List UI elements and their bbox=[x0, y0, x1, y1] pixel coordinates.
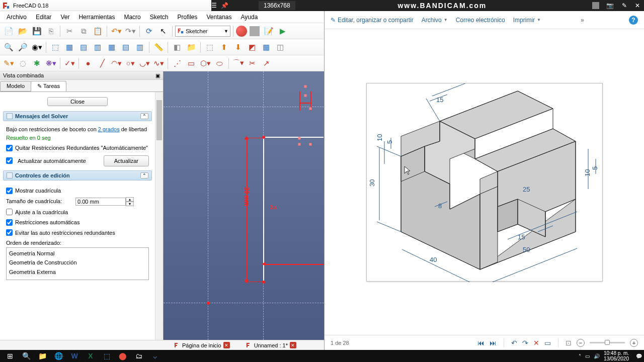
link-all-icon[interactable]: ▦ bbox=[260, 41, 273, 54]
snap-grid-checkbox[interactable] bbox=[6, 209, 13, 215]
camera-icon[interactable]: 📷 bbox=[606, 2, 614, 9]
solver-messages-header[interactable]: Mensajes del Solver⌃ bbox=[3, 111, 152, 121]
viewer-print-menu[interactable]: Imprimir ▼ bbox=[513, 17, 541, 24]
bluetooth-icon[interactable]: ⌵ bbox=[147, 350, 163, 362]
auto-constraints-checkbox[interactable] bbox=[6, 219, 13, 226]
menu-herramientas[interactable]: Herramientas bbox=[74, 12, 119, 22]
search-icon[interactable]: 🔍 bbox=[18, 350, 34, 362]
menu-ver[interactable]: Ver bbox=[56, 12, 74, 22]
pencil-icon[interactable]: ✎ bbox=[622, 2, 627, 9]
close-task-button[interactable]: Close bbox=[47, 97, 108, 106]
grid-size-down-icon[interactable]: ▼ bbox=[126, 202, 134, 206]
view-right-icon[interactable]: ▥ bbox=[91, 41, 104, 54]
draw-style-icon[interactable]: ◉▾ bbox=[30, 41, 43, 54]
update-button[interactable]: Actualizar bbox=[104, 155, 149, 167]
zoom-select-icon[interactable]: 🔎 bbox=[16, 41, 29, 54]
trim-icon[interactable]: ✂ bbox=[246, 57, 259, 70]
battery-icon[interactable]: ▭ bbox=[585, 353, 590, 359]
zoom-in-icon[interactable]: + bbox=[630, 339, 638, 347]
new-file-icon[interactable]: 📄 bbox=[2, 25, 15, 38]
part-icon[interactable]: ◧ bbox=[171, 41, 184, 54]
start-button[interactable]: ⊞ bbox=[2, 350, 18, 362]
cursor-icon[interactable]: ↖ bbox=[156, 25, 170, 38]
macro-play-icon[interactable]: ▶ bbox=[276, 25, 289, 38]
macro-record-icon[interactable] bbox=[236, 26, 247, 37]
slot-icon[interactable]: ⬭ bbox=[213, 57, 226, 70]
menu-sketch[interactable]: Sketch bbox=[145, 12, 173, 22]
view-left-icon[interactable]: ▥ bbox=[133, 41, 146, 54]
hamburger-icon[interactable]: ☰ bbox=[211, 2, 217, 9]
tab-unnamed[interactable]: Unnamed : 1* ✕ bbox=[243, 341, 299, 349]
refresh-icon[interactable]: ⟳ bbox=[142, 25, 155, 38]
sketch-validate-icon[interactable]: ✓▾ bbox=[63, 57, 76, 70]
constraint-label[interactable]: 2w bbox=[270, 205, 277, 210]
pin-icon[interactable]: 📌 bbox=[221, 2, 228, 9]
viewer-edit-button[interactable]: ✎ Editar, organizar o compartir bbox=[331, 17, 414, 24]
auto-update-checkbox[interactable] bbox=[6, 157, 13, 164]
show-grid-checkbox[interactable] bbox=[6, 188, 13, 194]
sketch-new-icon[interactable]: ✎▾ bbox=[2, 57, 15, 70]
link-import-icon[interactable]: ⬆ bbox=[217, 41, 230, 54]
group-icon[interactable]: 📁 bbox=[185, 41, 198, 54]
recorder-icon[interactable]: ⬤ bbox=[115, 350, 131, 362]
zoom-slider[interactable] bbox=[590, 342, 625, 343]
bandicam-close-icon[interactable]: ✕ bbox=[631, 1, 644, 10]
rectangle-icon[interactable]: ▭ bbox=[185, 57, 198, 70]
point-icon[interactable]: ● bbox=[82, 57, 95, 70]
sketch-reorient-icon[interactable]: ❋▾ bbox=[44, 57, 57, 70]
render-order-list[interactable]: Geometría Normal Geometría de Construcci… bbox=[6, 247, 149, 280]
view-iso-icon[interactable]: ⬚ bbox=[49, 41, 62, 54]
link-actions-icon[interactable]: ◫ bbox=[274, 41, 287, 54]
prev-icon[interactable]: ⏮ bbox=[477, 339, 485, 347]
link-make-icon[interactable]: ⬚ bbox=[203, 41, 216, 54]
menu-archivo[interactable]: Archivo bbox=[2, 12, 31, 22]
save-icon[interactable]: 💾 bbox=[30, 25, 43, 38]
remove-redundant-checkbox[interactable] bbox=[6, 145, 13, 151]
rotate-cw-icon[interactable]: ↷ bbox=[522, 339, 528, 347]
bspline-icon[interactable]: ∿▾ bbox=[152, 57, 165, 70]
panel-dock-icon[interactable]: ▣ bbox=[155, 73, 160, 78]
grid-size-input[interactable] bbox=[75, 198, 126, 206]
zoom-out-icon[interactable]: − bbox=[577, 339, 585, 347]
arc-icon[interactable]: ◠▾ bbox=[110, 57, 123, 70]
menu-ayuda[interactable]: Ayuda bbox=[236, 12, 263, 22]
volume-icon[interactable]: 🔊 bbox=[594, 353, 600, 359]
undo-icon[interactable]: ↶▾ bbox=[110, 25, 123, 38]
slideshow-icon[interactable]: ▭ bbox=[544, 339, 551, 347]
menu-editar[interactable]: Editar bbox=[31, 12, 56, 22]
chrome-icon[interactable]: 🌐 bbox=[50, 350, 66, 362]
paste-icon[interactable]: 📋 bbox=[91, 25, 104, 38]
tab-model[interactable]: Modelo bbox=[0, 81, 31, 92]
dof-link[interactable]: 2 grados bbox=[98, 126, 120, 132]
grid-size-up-icon[interactable]: ▲ bbox=[126, 197, 134, 202]
notifications-icon[interactable]: 💬 bbox=[636, 353, 642, 359]
link-select-icon[interactable]: ◩ bbox=[246, 41, 259, 54]
redo-icon[interactable]: ↷▾ bbox=[124, 25, 137, 38]
open-file-icon[interactable]: 📂 bbox=[16, 25, 29, 38]
clock[interactable]: 10:48 p. m. 13/06/2020 bbox=[604, 350, 632, 361]
menu-macro[interactable]: Macro bbox=[119, 12, 145, 22]
file-explorer-icon[interactable]: 📁 bbox=[34, 350, 50, 362]
link-export-icon[interactable]: ⬇ bbox=[231, 41, 245, 54]
polygon-icon[interactable]: ⬡▾ bbox=[199, 57, 212, 70]
circle-icon[interactable]: ○▾ bbox=[124, 57, 137, 70]
rotate-ccw-icon[interactable]: ↶ bbox=[511, 339, 517, 347]
save-as-icon[interactable]: ⎘ bbox=[44, 25, 57, 38]
extend-icon[interactable]: ↗ bbox=[260, 57, 273, 70]
sketch-map-icon[interactable]: ✱ bbox=[30, 57, 43, 70]
word-icon[interactable]: W bbox=[66, 350, 83, 362]
close-tab-icon[interactable]: ✕ bbox=[290, 342, 296, 348]
menu-ventanas[interactable]: Ventanas bbox=[202, 12, 236, 22]
view-top-icon[interactable]: ▤ bbox=[77, 41, 90, 54]
viewer-more-icon[interactable]: » bbox=[581, 17, 584, 24]
delete-icon[interactable]: ✕ bbox=[533, 339, 539, 347]
edit-controls-header[interactable]: Controles de edición⌃ bbox=[3, 170, 152, 180]
viewer-body[interactable]: 15 10 5 30 8 25 15 50 40 5 10 bbox=[325, 29, 644, 335]
workbench-selector[interactable]: Sketcher▼ bbox=[175, 26, 230, 37]
copy-icon[interactable]: ⧉ bbox=[77, 25, 90, 38]
conic-icon[interactable]: ◡▾ bbox=[138, 57, 151, 70]
viewer-file-menu[interactable]: Archivo ▼ bbox=[422, 17, 448, 24]
avoid-redundant-checkbox[interactable] bbox=[6, 229, 13, 236]
macro-edit-icon[interactable]: 📝 bbox=[262, 25, 275, 38]
close-tab-icon[interactable]: ✕ bbox=[223, 342, 230, 348]
